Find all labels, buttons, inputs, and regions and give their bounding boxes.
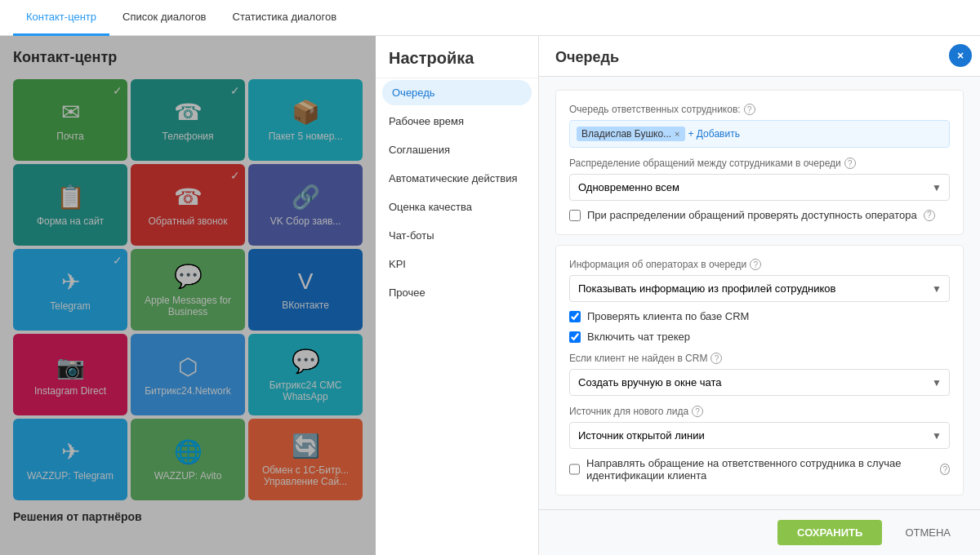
direct-checkbox[interactable] [569,464,580,475]
cancel-button[interactable]: ОТМЕНА [892,520,964,545]
settings-menu-item[interactable]: Соглашения [376,135,538,164]
direct-label: Направлять обращение на ответственного с… [586,457,933,482]
responsible-label: Очередь ответственных сотрудников: ? [569,104,950,115]
distribution-help-icon[interactable]: ? [844,158,856,169]
lead-source-select-wrap: Источник открытой линии ▼ [569,422,950,449]
chat-tracker-row: Включить чат трекер [569,331,950,343]
crm-check-row: Проверять клиента по базе CRM [569,310,950,322]
settings-menu-item[interactable]: Очередь [382,80,532,105]
settings-menu-item[interactable]: Прочее [376,278,538,307]
add-responsible-button[interactable]: + Добавить [688,128,740,140]
settings-menu-item[interactable]: Оценка качества [376,193,538,221]
distribution-select[interactable]: Одновременно всем [569,174,950,201]
lead-source-select[interactable]: Источник открытой линии [569,422,950,449]
settings-title: Настройка [376,36,538,78]
operator-info-select-wrap: Показывать информацию из профилей сотруд… [569,275,950,302]
responsible-tag-input[interactable]: Владислав Бушко... × + Добавить [569,120,950,148]
settings-menu-item[interactable]: Автоматические действия [376,164,538,193]
operator-info-help-icon[interactable]: ? [750,259,761,270]
direct-help-icon[interactable]: ? [940,464,950,475]
tag-remove-icon[interactable]: × [675,129,679,139]
direct-row: Направлять обращение на ответственного с… [569,457,950,482]
top-navigation: Контакт-центр Список диалогов Статистика… [0,0,980,36]
modal-overlay: Настройка ОчередьРабочее времяСоглашения… [0,36,980,555]
tab-contact-center[interactable]: Контакт-центр [13,0,109,36]
chat-tracker-label: Включить чат трекер [587,331,690,343]
tab-dialog-stats[interactable]: Статистика диалогов [220,0,350,36]
check-availability-checkbox[interactable] [569,210,581,221]
close-button[interactable]: × [949,44,972,67]
queue-title: Очередь [555,49,964,66]
lead-source-help-icon[interactable]: ? [692,406,703,417]
check-availability-label: При распределении обращений проверять до… [587,209,917,221]
crm-check-label: Проверять клиента по базе CRM [587,310,749,322]
settings-panel: Настройка ОчередьРабочее времяСоглашения… [376,36,539,555]
right-panel: Очередь Очередь ответственных сотруднико… [539,36,980,555]
lead-source-label: Источник для нового лида ? [569,406,950,417]
operator-info-select[interactable]: Показывать информацию из профилей сотруд… [569,275,950,302]
operator-info-label: Информация об операторах в очереди ? [569,259,950,270]
operator-info-section: Информация об операторах в очереди ? Пок… [555,245,964,495]
not-found-label: Если клиент не найден в CRM ? [569,353,950,364]
check-availability-help-icon[interactable]: ? [924,210,935,221]
crm-check-checkbox[interactable] [569,311,581,322]
distribution-label: Распределение обращений между сотрудника… [569,158,950,169]
backdrop[interactable] [0,36,376,555]
not-found-help-icon[interactable]: ? [710,353,722,364]
distribution-select-wrap: Одновременно всем ▼ [569,174,950,201]
right-header: Очередь [539,36,980,77]
not-found-select-wrap: Создать вручную в окне чата ▼ [569,369,950,396]
not-found-select[interactable]: Создать вручную в окне чата [569,369,950,396]
save-button[interactable]: СОХРАНИТЬ [777,520,882,545]
check-availability-row: При распределении обращений проверять до… [569,209,950,221]
main-area: Контакт-центр ✓✉Почта✓☎Телефония📦Пакет 5… [0,36,980,555]
right-content: Очередь ответственных сотрудников: ? Вла… [539,77,980,509]
settings-menu: ОчередьРабочее времяСоглашенияАвтоматиче… [376,78,538,555]
responsible-section: Очередь ответственных сотрудников: ? Вла… [555,90,964,235]
responsible-help-icon[interactable]: ? [744,104,755,115]
footer: СОХРАНИТЬ ОТМЕНА [539,509,980,555]
responsible-tag: Владислав Бушко... × [577,127,685,141]
settings-menu-item[interactable]: Рабочее время [376,107,538,135]
settings-menu-item[interactable]: Чат-боты [376,221,538,250]
tab-dialog-list[interactable]: Список диалогов [109,0,220,36]
settings-menu-item[interactable]: KPI [376,250,538,278]
chat-tracker-checkbox[interactable] [569,331,581,343]
